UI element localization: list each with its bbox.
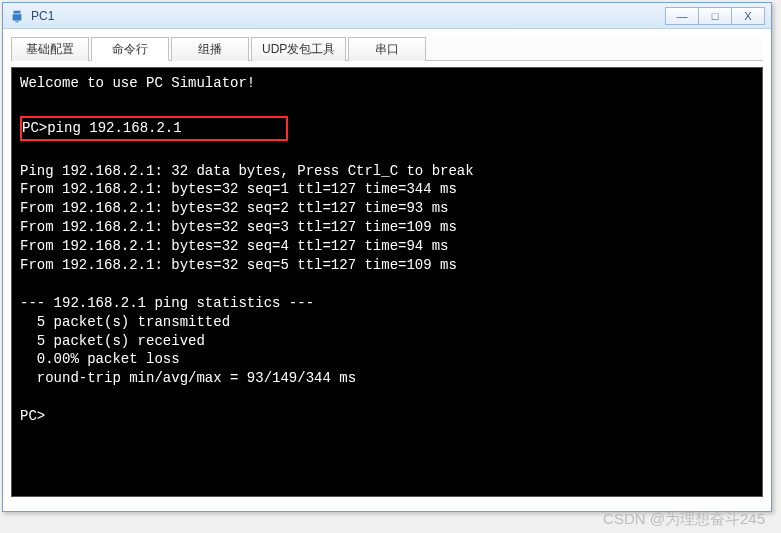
- prompt: PC>: [22, 120, 47, 136]
- tab-serial[interactable]: 串口: [348, 37, 426, 61]
- ping-stats-header: --- 192.168.2.1 ping statistics ---: [20, 295, 314, 311]
- content-area: 基础配置 命令行 组播 UDP发包工具 串口 Welcome to use PC…: [3, 29, 771, 507]
- tab-bar: 基础配置 命令行 组播 UDP发包工具 串口: [11, 37, 763, 61]
- ping-reply: From 192.168.2.1: bytes=32 seq=5 ttl=127…: [20, 257, 457, 273]
- titlebar: PC1 — □ X: [3, 3, 771, 29]
- maximize-button[interactable]: □: [698, 7, 732, 25]
- terminal[interactable]: Welcome to use PC Simulator! PC>ping 192…: [11, 67, 763, 497]
- prompt2: PC>: [20, 408, 45, 424]
- tab-cli[interactable]: 命令行: [91, 37, 169, 61]
- ping-header: Ping 192.168.2.1: 32 data bytes, Press C…: [20, 163, 474, 179]
- minimize-button[interactable]: —: [665, 7, 699, 25]
- ping-reply: From 192.168.2.1: bytes=32 seq=2 ttl=127…: [20, 200, 448, 216]
- ping-stat: 5 packet(s) received: [20, 333, 205, 349]
- watermark: CSDN @为理想奋斗245: [603, 510, 765, 529]
- app-window: PC1 — □ X 基础配置 命令行 组播 UDP发包工具 串口 Welcome…: [2, 2, 772, 512]
- close-button[interactable]: X: [731, 7, 765, 25]
- ping-reply: From 192.168.2.1: bytes=32 seq=1 ttl=127…: [20, 181, 457, 197]
- ping-reply: From 192.168.2.1: bytes=32 seq=4 ttl=127…: [20, 238, 448, 254]
- app-icon: [9, 8, 25, 24]
- tab-udp-tool[interactable]: UDP发包工具: [251, 37, 346, 61]
- ping-stat: 5 packet(s) transmitted: [20, 314, 230, 330]
- terminal-welcome: Welcome to use PC Simulator!: [20, 75, 255, 91]
- window-title: PC1: [31, 9, 54, 23]
- ping-stat: 0.00% packet loss: [20, 351, 180, 367]
- window-buttons: — □ X: [666, 7, 765, 25]
- ping-stat: round-trip min/avg/max = 93/149/344 ms: [20, 370, 356, 386]
- tab-basic-config[interactable]: 基础配置: [11, 37, 89, 61]
- tab-multicast[interactable]: 组播: [171, 37, 249, 61]
- command-text: ping 192.168.2.1: [47, 120, 181, 136]
- ping-reply: From 192.168.2.1: bytes=32 seq=3 ttl=127…: [20, 219, 457, 235]
- command-line-highlight: PC>ping 192.168.2.1: [20, 116, 288, 141]
